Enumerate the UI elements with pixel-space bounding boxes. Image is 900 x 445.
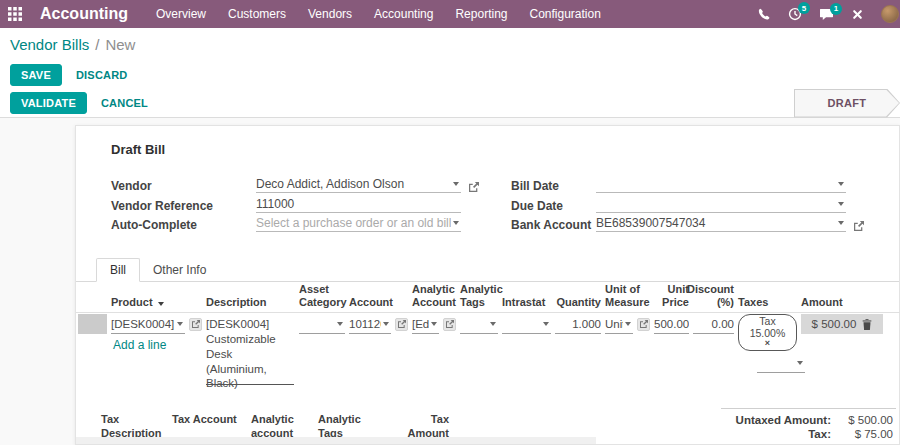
support-tools-icon[interactable] (851, 8, 864, 21)
form-sheet: Draft Bill Vendor Vendor Reference Auto-… (75, 125, 900, 445)
line-analytic-account-field[interactable]: [Edna (412, 315, 439, 334)
chevron-down-icon[interactable] (625, 322, 631, 326)
chevron-down-icon[interactable] (543, 322, 549, 326)
messages-chat-icon[interactable]: 1 (819, 8, 834, 21)
vendor-reference-label: Vendor Reference (111, 199, 256, 213)
col-quantity[interactable]: Quantity (553, 296, 603, 309)
breadcrumb: Vendor Bills / New (0, 28, 900, 60)
line-description[interactable]: [DESK0004] Customizable Desk (Aluminium,… (206, 314, 295, 391)
bill-date-field[interactable] (596, 175, 846, 193)
bank-account-field[interactable] (596, 214, 846, 232)
status-badge-draft[interactable]: DRAFT (794, 89, 900, 118)
chevron-down-icon[interactable] (453, 221, 459, 225)
tax-total-row: Tax: $ 75.00 (671, 428, 893, 440)
breadcrumb-vendor-bills-link[interactable]: Vendor Bills (10, 36, 89, 53)
product-external-link-icon[interactable] (189, 318, 202, 331)
col-product[interactable]: Product (109, 296, 204, 309)
auto-complete-field[interactable] (256, 214, 461, 232)
line-asset-category-field[interactable] (299, 315, 345, 334)
line-amount-cell: $ 500.00 (801, 314, 883, 334)
line-unit-price-field[interactable]: 500.00 (654, 315, 689, 334)
totals-divider (721, 408, 896, 409)
chevron-down-icon[interactable] (838, 182, 844, 186)
lines-header-row: Product Description Asset Category Accou… (76, 283, 900, 313)
invoice-lines-table: Product Description Asset Category Accou… (76, 283, 900, 391)
line-account-field[interactable]: 101120 St (349, 315, 391, 334)
add-a-line-link[interactable]: Add a line (113, 338, 166, 352)
col-unit-of-measure[interactable]: Unit of Measure (603, 283, 652, 309)
chevron-down-icon[interactable] (337, 322, 343, 326)
chevron-down-icon[interactable] (490, 322, 496, 326)
tax-remove-icon[interactable]: × (746, 339, 789, 349)
col-unit-price[interactable]: Unit Price (652, 283, 691, 309)
line-uom-field[interactable]: Unit(s (605, 315, 633, 334)
tab-other-info[interactable]: Other Info (140, 259, 219, 281)
phone-icon[interactable] (758, 8, 771, 21)
tax-summary-row (76, 437, 596, 444)
activities-clock-icon[interactable]: 5 (788, 7, 802, 21)
untaxed-amount-label: Untaxed Amount: (671, 414, 831, 426)
vendor-label: Vendor (111, 179, 256, 193)
nav-configuration[interactable]: Configuration (529, 7, 600, 21)
line-discount-field[interactable]: 0.00 (693, 315, 734, 334)
nav-reporting[interactable]: Reporting (455, 7, 507, 21)
vendor-reference-input[interactable] (256, 196, 461, 212)
col-description[interactable]: Description (204, 296, 297, 309)
line-analytic-tags-field[interactable] (460, 315, 498, 334)
analytic-account-external-link-icon[interactable] (443, 318, 456, 331)
line-intrastat-field[interactable] (502, 315, 551, 334)
uom-external-link-icon[interactable] (637, 318, 650, 331)
description-underline (206, 384, 294, 385)
chevron-down-icon[interactable] (797, 361, 803, 365)
discard-button[interactable]: DISCARD (76, 69, 128, 81)
line-quantity-field[interactable]: 1.000 (555, 315, 601, 334)
due-date-input[interactable] (596, 196, 836, 212)
app-title[interactable]: Accounting (40, 5, 128, 23)
chevron-down-icon[interactable] (838, 202, 844, 206)
user-avatar[interactable] (881, 5, 899, 23)
document-title: Draft Bill (111, 142, 165, 157)
cancel-button[interactable]: CANCEL (101, 97, 148, 109)
invoice-line-row: [DESK0004] Cu [DESK0004] Customizable De… (76, 314, 900, 391)
tax-tag[interactable]: Tax 15.00% × (738, 314, 797, 351)
col-intrastat[interactable]: Intrastat (500, 296, 553, 309)
col-taxes[interactable]: Taxes (736, 296, 799, 309)
sort-caret-icon (158, 302, 164, 306)
bank-account-input[interactable] (596, 215, 836, 231)
col-amount[interactable]: Amount (799, 296, 885, 309)
tax-total-value: $ 75.00 (831, 428, 893, 440)
bank-account-external-link-icon[interactable] (852, 219, 865, 232)
bill-date-input[interactable] (596, 176, 836, 192)
tab-bill[interactable]: Bill (96, 258, 140, 282)
delete-line-trash-icon[interactable] (862, 319, 872, 330)
col-analytic-tags[interactable]: Analytic Tags (458, 283, 500, 309)
breadcrumb-current: New (105, 36, 135, 53)
add-tax-field[interactable] (757, 354, 805, 373)
nav-overview[interactable]: Overview (156, 7, 206, 21)
col-account[interactable]: Account (347, 296, 410, 309)
chevron-down-icon[interactable] (838, 221, 844, 225)
col-asset-category[interactable]: Asset Category (297, 283, 347, 309)
line-product-field[interactable]: [DESK0004] Cu (111, 315, 185, 334)
save-button[interactable]: SAVE (10, 64, 62, 86)
chevron-down-icon[interactable] (383, 322, 389, 326)
validate-button[interactable]: VALIDATE (10, 92, 87, 114)
vendor-external-link-icon[interactable] (467, 180, 480, 193)
apps-grid-icon[interactable] (0, 7, 30, 21)
auto-complete-input[interactable] (256, 215, 451, 231)
vendor-reference-field[interactable] (256, 195, 461, 213)
nav-vendors[interactable]: Vendors (308, 7, 352, 21)
nav-accounting[interactable]: Accounting (374, 7, 433, 21)
chevron-down-icon[interactable] (453, 182, 459, 186)
main-menu: Overview Customers Vendors Accounting Re… (156, 7, 601, 21)
vendor-input[interactable] (256, 176, 451, 192)
row-handle[interactable] (78, 314, 107, 334)
nav-customers[interactable]: Customers (228, 7, 286, 21)
chevron-down-icon[interactable] (177, 322, 183, 326)
account-external-link-icon[interactable] (395, 318, 408, 331)
chevron-down-icon[interactable] (431, 322, 437, 326)
col-analytic-account[interactable]: Analytic Account (410, 283, 458, 309)
due-date-field[interactable] (596, 195, 846, 213)
vendor-field[interactable] (256, 175, 461, 193)
col-discount[interactable]: Discount (%) (691, 283, 736, 309)
